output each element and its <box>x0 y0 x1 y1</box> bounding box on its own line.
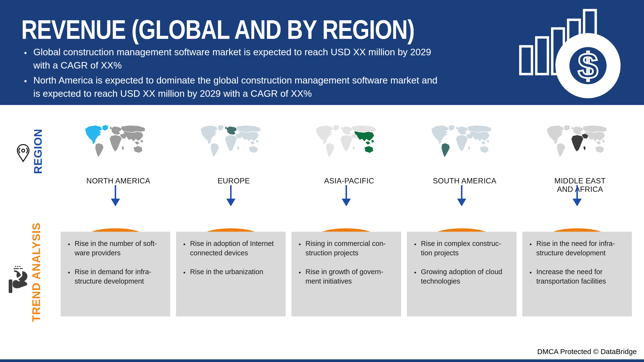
world-map-middle-east-africa <box>546 124 608 160</box>
map-part-africa <box>110 135 122 151</box>
map-part-southamerica <box>96 143 104 157</box>
map-part-europe <box>573 126 583 135</box>
map-part-australia <box>364 146 373 153</box>
map-part-eastasia <box>124 131 143 141</box>
down-arrow-icon <box>342 199 351 206</box>
bottom-accent-bar <box>0 359 644 362</box>
map-part-seasia2 <box>371 140 374 143</box>
map-part-northamerica <box>201 125 217 144</box>
map-part-seasia2 <box>486 140 490 143</box>
region-name-asia-pacific: ASIA-PACIFIC <box>308 177 390 185</box>
world-map-svg <box>430 124 493 160</box>
map-part-greenland <box>102 125 108 131</box>
page-title: REVENUE (GLOBAL AND BY REGION) <box>21 14 414 45</box>
down-arrow-icon <box>576 185 578 199</box>
trend-bullet: Growing adoption of cloud technologies <box>420 267 512 286</box>
trend-bullet: Rise in the urbanization <box>188 267 281 277</box>
map-part-northasia <box>352 125 376 132</box>
map-part-eastasia <box>470 131 490 141</box>
infographic-page: REVENUE (GLOBAL AND BY REGION) Global co… <box>0 0 644 362</box>
world-map-europe <box>200 124 262 160</box>
down-arrow-icon <box>115 185 116 199</box>
map-part-northasia <box>468 125 492 132</box>
trend-bullet: Rise in growth of govern- ment initiativ… <box>304 267 396 286</box>
down-arrow-icon <box>572 199 582 206</box>
map-part-greenland <box>218 125 224 131</box>
header-bullet: North America is expected to dominate th… <box>30 74 557 100</box>
header-bullet: Global construction management software … <box>30 45 557 72</box>
map-part-seasia1 <box>481 141 486 145</box>
map-part-greenland <box>449 125 454 131</box>
map-part-greenland <box>564 125 570 131</box>
map-part-seasia2 <box>602 140 605 143</box>
trend-bullet: Rise in complex construc- tion projects <box>420 239 512 258</box>
trend-box-europe: Rise in adoption of Internet connected d… <box>176 232 286 316</box>
trend-bullet-list: Rise in adoption of Internet connected d… <box>176 232 286 277</box>
map-part-europe <box>111 126 121 135</box>
down-arrow-icon <box>111 199 120 206</box>
map-part-madagascar <box>237 146 240 150</box>
world-map-asia-pacific <box>315 124 378 160</box>
map-part-northamerica <box>432 125 448 144</box>
map-part-australia <box>595 146 604 153</box>
map-part-australia <box>134 146 142 153</box>
map-part-africa <box>456 135 468 151</box>
down-arrow-icon <box>226 199 236 206</box>
map-part-greenland <box>333 125 339 131</box>
world-map-svg <box>84 124 146 160</box>
map-part-southamerica <box>557 143 565 157</box>
map-part-eastasia <box>239 131 258 141</box>
world-map-north-america <box>84 124 146 160</box>
map-part-madagascar <box>352 146 355 150</box>
map-part-northasia <box>583 125 607 132</box>
map-part-southamerica <box>211 143 219 157</box>
down-arrow-icon <box>457 199 466 206</box>
down-arrow-icon <box>461 185 462 199</box>
location-pin-icon <box>16 144 30 163</box>
map-part-madagascar <box>468 146 470 150</box>
trend-bullet: Rise in adoption of Internet connected d… <box>188 239 281 258</box>
map-part-africa <box>225 135 237 151</box>
down-arrow-icon <box>230 185 232 199</box>
map-part-australia <box>249 146 258 153</box>
map-part-australia <box>480 146 488 153</box>
map-part-seasia1 <box>365 141 370 145</box>
map-part-northasia <box>121 125 145 132</box>
map-part-southamerica <box>442 143 450 157</box>
map-part-europe <box>342 126 352 135</box>
trend-bullet: Rise in the need for infra- structure de… <box>535 239 627 258</box>
map-part-seasia1 <box>596 141 601 145</box>
world-map-south-america <box>430 124 493 160</box>
region-name-north-america: NORTH AMERICA <box>77 177 159 185</box>
bar-chart-dollar-icon: $ <box>514 5 628 101</box>
region-name-europe: EUROPE <box>193 177 275 185</box>
dollar-sign: $ <box>578 46 598 86</box>
trend-box-south-america: Rise in complex construc- tion projects … <box>407 232 516 316</box>
map-part-seasia2 <box>140 140 143 143</box>
map-part-europe <box>226 126 237 135</box>
map-part-europe <box>457 126 468 135</box>
region-section-label: REGION <box>32 129 44 174</box>
world-map-svg <box>315 124 378 160</box>
trend-bullet-list: Rise in the number of soft- ware provide… <box>60 232 170 286</box>
trend-analysis-section-label: TREND ANALYSIS <box>30 223 43 322</box>
trend-bullet-list: Rising in commercial con- struction proj… <box>292 232 401 286</box>
header-band: REVENUE (GLOBAL AND BY REGION) Global co… <box>0 0 644 105</box>
trend-box-middle-east-africa: Rise in the need for infra- structure de… <box>522 232 632 316</box>
trend-bullet: Increase the need for transportation fac… <box>535 267 627 286</box>
down-arrow-icon <box>346 185 347 199</box>
world-map-svg <box>546 124 608 160</box>
map-part-seasia1 <box>134 141 139 145</box>
trend-box-asia-pacific: Rising in commercial con- struction proj… <box>292 232 401 316</box>
map-part-southamerica <box>326 143 334 157</box>
trend-bullet: Rise in demand for infra- structure deve… <box>73 267 166 286</box>
trend-bullet: Rise in the number of soft- ware provide… <box>73 239 166 258</box>
map-part-northamerica <box>85 125 102 144</box>
map-part-northasia <box>237 125 260 132</box>
map-part-northamerica <box>547 125 564 144</box>
region-name-south-america: SOUTH AMERICA <box>424 177 506 185</box>
map-part-seasia1 <box>250 141 255 145</box>
world-map-svg <box>200 124 262 160</box>
dmca-copyright-text: DMCA Protected © DataBridge <box>537 348 637 356</box>
trend-bullet-list: Rise in complex construc- tion projects … <box>407 232 516 286</box>
